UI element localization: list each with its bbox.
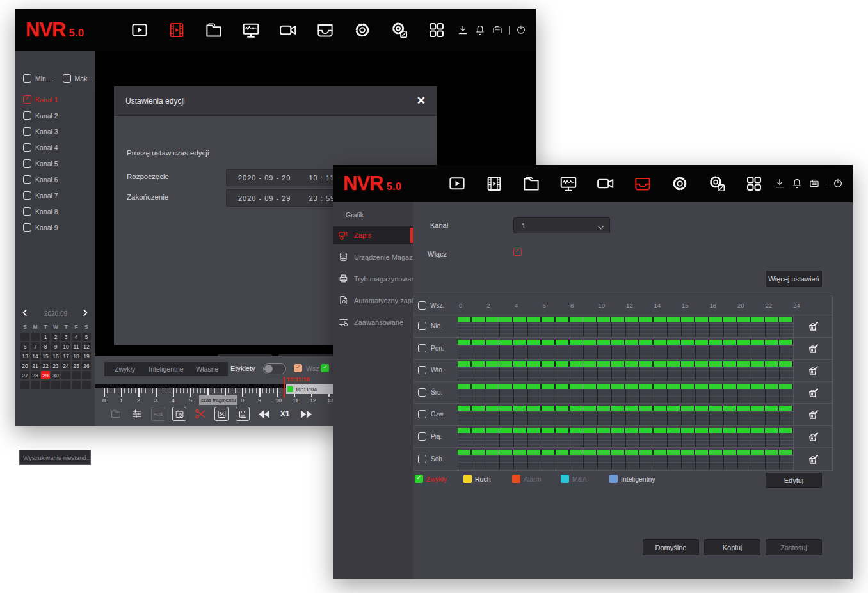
playlist-icon[interactable] xyxy=(130,407,144,421)
calendar-day[interactable]: 15 xyxy=(41,352,50,360)
edit-day-icon[interactable] xyxy=(793,404,832,425)
maintenance-icon[interactable] xyxy=(389,20,410,40)
calendar-day[interactable]: 24 xyxy=(61,361,70,370)
channel-item[interactable]: Kanał 9 xyxy=(23,219,95,235)
calendar-day[interactable]: 20 xyxy=(20,361,29,370)
all-days-checkbox[interactable]: Wsz. xyxy=(418,301,444,310)
checkbox[interactable] xyxy=(23,127,31,136)
channel-item[interactable]: Kanał 5 xyxy=(23,155,95,171)
default-button[interactable]: Domyślne xyxy=(643,539,699,555)
tab-zwykly[interactable]: Zwykły xyxy=(104,362,145,376)
apply-button[interactable]: Zastosuj xyxy=(766,539,822,555)
calendar-day[interactable]: 5 xyxy=(82,333,91,341)
timeline-marker[interactable] xyxy=(284,377,285,398)
calendar-day[interactable]: 18 xyxy=(72,352,81,360)
wsz-checkbox[interactable]: Wsz xyxy=(294,364,319,372)
power-icon[interactable] xyxy=(832,178,844,189)
calendar-day[interactable]: 14 xyxy=(31,352,40,360)
checkbox[interactable] xyxy=(418,301,426,310)
enable-checkbox[interactable] xyxy=(513,248,522,256)
maintenance-icon[interactable] xyxy=(707,173,727,194)
day-timeline[interactable] xyxy=(458,360,793,381)
day-checkbox[interactable] xyxy=(418,432,426,441)
file-manager-icon[interactable] xyxy=(204,20,224,40)
open-folder-icon[interactable] xyxy=(109,407,123,421)
checkbox[interactable] xyxy=(23,223,31,232)
calendar-next-icon[interactable] xyxy=(81,308,91,319)
close-icon[interactable]: ✕ xyxy=(417,95,426,106)
day-checkbox[interactable] xyxy=(418,410,426,418)
calendar-day[interactable]: 1 xyxy=(41,333,50,341)
pos-icon[interactable]: POS xyxy=(151,407,165,421)
alarm-bell-icon[interactable] xyxy=(791,178,803,189)
tab-wlasne[interactable]: Własne xyxy=(187,362,228,376)
calendar-day[interactable]: 25 xyxy=(72,361,81,370)
edit-day-icon[interactable] xyxy=(793,338,832,360)
min-checkbox[interactable]: Min.... xyxy=(23,74,54,83)
channel-select[interactable]: 1 xyxy=(513,217,610,233)
channel-item[interactable]: Kanał 2 xyxy=(23,107,95,123)
time-slice-icon[interactable] xyxy=(172,407,186,421)
checkbox[interactable] xyxy=(321,364,329,372)
day-timeline[interactable] xyxy=(458,426,793,448)
backup-device-icon[interactable] xyxy=(808,178,820,189)
day-timeline[interactable] xyxy=(458,404,793,425)
checkbox[interactable] xyxy=(23,175,31,184)
sidebar-item-urz-dzenie-magazyn[interactable]: Urządzenie Magazyn... xyxy=(333,248,413,266)
mak-checkbox[interactable]: Mak... xyxy=(63,74,93,83)
channel-item[interactable]: Kanał 8 xyxy=(23,203,95,219)
display-icon[interactable] xyxy=(558,173,579,194)
day-timeline[interactable] xyxy=(458,338,793,360)
day-timeline[interactable] xyxy=(458,448,793,470)
clip-edit-icon[interactable] xyxy=(214,407,229,421)
calendar-day[interactable]: 21 xyxy=(31,361,40,370)
checkbox[interactable] xyxy=(23,74,31,83)
calendar-day[interactable]: 3 xyxy=(61,333,70,341)
legend-swatch[interactable] xyxy=(415,475,423,483)
apps-icon[interactable] xyxy=(744,173,764,194)
edit-button[interactable]: Edytuj xyxy=(766,473,822,488)
calendar-day[interactable]: 10 xyxy=(61,342,70,351)
checkbox[interactable] xyxy=(294,364,302,372)
copy-button[interactable]: Kopiuj xyxy=(704,539,760,555)
settings-icon[interactable] xyxy=(670,173,690,194)
day-checkbox[interactable] xyxy=(418,344,426,352)
channel-item[interactable]: Kanał 3 xyxy=(23,123,95,139)
day-checkbox[interactable] xyxy=(418,388,426,397)
download-icon[interactable] xyxy=(457,24,469,36)
live-view-icon[interactable] xyxy=(447,173,467,194)
more-settings-button[interactable]: Więcej ustawień xyxy=(766,271,822,287)
calendar-day[interactable]: 28 xyxy=(31,371,40,379)
backup-device-icon[interactable] xyxy=(492,24,503,36)
channel-item[interactable]: Kanał 4 xyxy=(23,139,95,155)
calendar-day[interactable]: 8 xyxy=(41,342,50,351)
sidebar-item-zaawansowane[interactable]: Zaawansowane xyxy=(333,313,413,331)
checkbox[interactable] xyxy=(23,111,31,120)
calendar-day[interactable]: 29 xyxy=(41,371,50,379)
day-timeline[interactable] xyxy=(458,382,793,404)
channel-item[interactable]: Kanał 6 xyxy=(23,171,95,187)
storage-icon[interactable] xyxy=(315,20,335,40)
checkbox[interactable] xyxy=(23,159,31,168)
apps-icon[interactable] xyxy=(426,20,447,40)
calendar-day[interactable]: 12 xyxy=(82,342,91,351)
fast-forward-icon[interactable] xyxy=(299,407,313,421)
cut-scissors-icon[interactable] xyxy=(193,407,207,421)
edit-day-icon[interactable] xyxy=(793,382,832,404)
alarm-bell-icon[interactable] xyxy=(474,24,486,36)
calendar-day[interactable]: 17 xyxy=(61,352,70,360)
save-clip-icon[interactable] xyxy=(236,407,250,421)
calendar-day[interactable]: 19 xyxy=(82,352,91,360)
custom-search-input[interactable]: Wyszukiwanie niestand... xyxy=(19,450,91,465)
edit-day-icon[interactable] xyxy=(793,360,832,381)
calendar-day[interactable]: 16 xyxy=(51,352,60,360)
day-timeline[interactable] xyxy=(458,315,793,337)
sidebar-item-zapis[interactable]: Zapis xyxy=(333,226,413,244)
calendar-day[interactable]: 7 xyxy=(31,342,40,351)
speed-indicator[interactable]: X1 xyxy=(278,407,292,421)
rewind-icon[interactable] xyxy=(257,407,271,421)
calendar-day[interactable]: 27 xyxy=(20,371,29,379)
day-checkbox[interactable] xyxy=(418,455,426,463)
sidebar-item-automatyczny-zapis[interactable]: Automatyczny zapis ... xyxy=(333,292,413,310)
calendar-day[interactable]: 4 xyxy=(72,333,81,341)
